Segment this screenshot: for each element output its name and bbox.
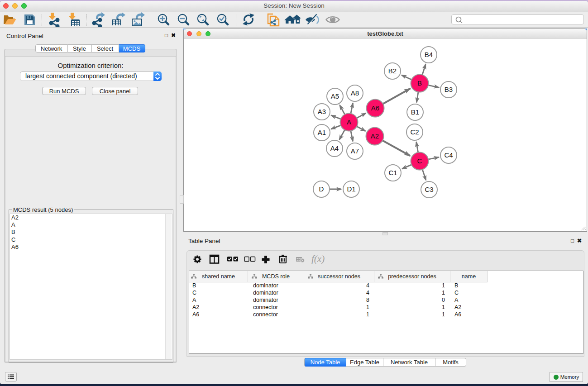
svg-text:B1: B1 — [411, 108, 419, 116]
svg-text:A4: A4 — [330, 144, 339, 152]
svg-text:A2: A2 — [371, 132, 379, 140]
svg-text:A1: A1 — [318, 129, 326, 136]
svg-text:C1: C1 — [388, 169, 397, 176]
svg-text:C: C — [417, 157, 422, 165]
svg-text:B2: B2 — [388, 67, 397, 75]
svg-text:A3: A3 — [318, 108, 326, 115]
svg-text:B4: B4 — [425, 51, 433, 58]
svg-text:C4: C4 — [444, 151, 453, 159]
svg-text:A: A — [347, 118, 351, 126]
svg-text:D: D — [319, 185, 324, 193]
svg-text:A6: A6 — [371, 104, 379, 112]
svg-text:B: B — [417, 79, 422, 87]
svg-text:C3: C3 — [425, 186, 433, 193]
svg-text:D1: D1 — [347, 185, 355, 193]
svg-text:C2: C2 — [410, 128, 419, 136]
svg-text:f(x): f(x) — [311, 253, 325, 264]
svg-text:A8: A8 — [351, 89, 359, 97]
svg-text:A7: A7 — [351, 147, 359, 155]
svg-text:A5: A5 — [331, 92, 339, 100]
svg-text:B3: B3 — [445, 86, 453, 93]
